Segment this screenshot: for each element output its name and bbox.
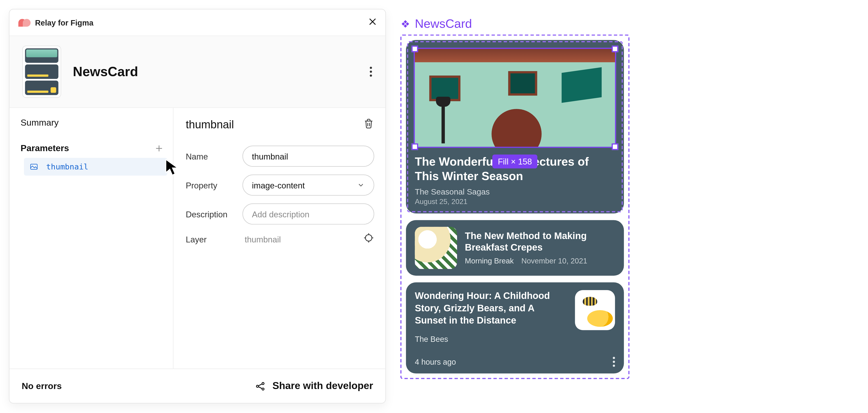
hero-date: August 25, 2021 (415, 197, 615, 205)
news-card-compact[interactable]: Wondering Hour: A Childhood Story, Grizz… (406, 282, 624, 373)
locate-layer-button[interactable] (363, 232, 374, 246)
description-label: Description (186, 209, 234, 219)
delete-parameter-button[interactable] (363, 118, 374, 131)
figma-component-frame[interactable]: The Wonderful Architectures of This Wint… (400, 35, 629, 379)
panel-footer: No errors Share with developer (9, 369, 385, 403)
layer-label: Layer (186, 234, 234, 244)
hero-thumbnail-image[interactable] (414, 48, 616, 148)
figma-canvas: NewsCard The Wonderful Architectures of … (400, 17, 629, 379)
parameters-heading: Parameters (21, 144, 69, 153)
audio-date: November 10, 2021 (521, 257, 587, 265)
parameter-detail-title: thumbnail (186, 118, 234, 131)
property-select-value: image-content (252, 180, 305, 190)
svg-point-3 (262, 382, 264, 384)
audio-title: The New Method to Making Breakfast Crepe… (465, 230, 615, 254)
compact-thumbnail-image (575, 290, 615, 330)
description-placeholder: Add description (252, 209, 309, 219)
component-more-button[interactable] (366, 67, 375, 76)
compact-title: Wondering Hour: A Childhood Story, Grizz… (415, 290, 567, 330)
news-card-hero[interactable]: The Wonderful Architectures of This Wint… (406, 40, 624, 213)
figma-component-label[interactable]: NewsCard (400, 17, 629, 31)
audio-thumbnail-image (415, 226, 457, 268)
panel-header: Relay for Figma (9, 9, 385, 36)
crosshair-icon (363, 232, 374, 243)
share-label: Share with developer (272, 380, 373, 392)
panel-sidebar: Summary Parameters thumbnail (9, 108, 174, 369)
svg-point-2 (256, 385, 258, 387)
close-button[interactable] (368, 17, 377, 29)
parameters-heading-row: Parameters (21, 142, 167, 155)
svg-point-1 (366, 235, 372, 241)
name-label: Name (186, 151, 234, 161)
compact-author: The Bees (415, 335, 615, 343)
audio-meta: Morning Break November 10, 2021 (465, 257, 615, 265)
svg-point-4 (262, 388, 264, 390)
news-card-audio-small[interactable]: The New Method to Making Breakfast Crepe… (406, 220, 624, 276)
share-with-developer-button[interactable]: Share with developer (255, 380, 373, 392)
parameter-detail: thumbnail Name thumbnail Property (174, 108, 385, 369)
add-parameter-button[interactable] (153, 142, 165, 155)
component-thumbnail (23, 46, 61, 97)
trash-icon (363, 118, 374, 129)
compact-more-button[interactable] (613, 356, 615, 367)
property-select[interactable]: image-content (243, 174, 374, 195)
error-status: No errors (22, 381, 62, 391)
panel-body: Summary Parameters thumbnail (9, 108, 385, 369)
property-label: Property (186, 180, 234, 190)
relay-panel: Relay for Figma NewsCard Summary Paramet… (9, 9, 386, 404)
name-input[interactable]: thumbnail (243, 146, 374, 167)
hero-author: The Seasonal Sagas (415, 187, 615, 196)
figma-component-label-text: NewsCard (415, 17, 472, 31)
component-header: NewsCard (9, 36, 385, 108)
close-icon (368, 17, 377, 26)
panel-title: Relay for Figma (35, 18, 93, 27)
name-input-value: thumbnail (252, 151, 288, 161)
component-name: NewsCard (73, 64, 138, 80)
share-icon (255, 380, 266, 391)
image-icon (29, 162, 38, 171)
layer-value: thumbnail (245, 234, 281, 244)
parameter-item-label: thumbnail (46, 162, 88, 171)
selection-size-pill: Fill × 158 (492, 155, 537, 168)
description-input[interactable]: Add description (243, 203, 374, 224)
plus-icon (155, 144, 163, 153)
parameter-item-thumbnail[interactable]: thumbnail (24, 158, 167, 176)
summary-heading[interactable]: Summary (21, 118, 167, 128)
audio-author: Morning Break (465, 257, 514, 265)
chevron-down-icon (357, 181, 365, 189)
relay-logo-icon (18, 19, 31, 26)
component-icon (400, 19, 410, 29)
compact-time-ago: 4 hours ago (415, 357, 456, 366)
